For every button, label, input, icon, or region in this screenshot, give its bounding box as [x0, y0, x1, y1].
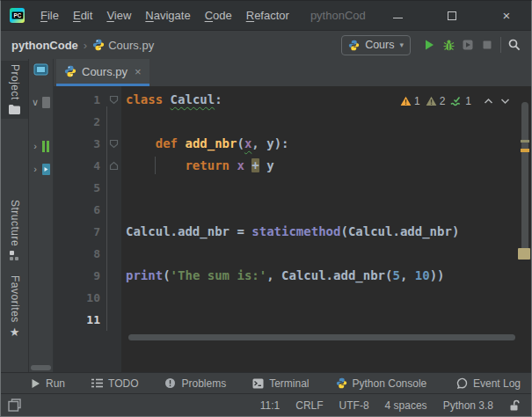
- toolwindow-switcher-icon[interactable]: [8, 399, 21, 412]
- stop-button[interactable]: [477, 35, 497, 55]
- tab-close-icon[interactable]: ×: [135, 65, 142, 78]
- fold-scope-line: [106, 106, 107, 331]
- scrollbar-weak-warning-mark[interactable]: [521, 140, 529, 143]
- chevron-collapsed-icon[interactable]: ›: [31, 165, 40, 174]
- chevron-collapsed-icon[interactable]: ›: [31, 142, 40, 151]
- toolwindow-run[interactable]: Run: [31, 377, 65, 390]
- typo-indicator[interactable]: 1: [450, 95, 471, 107]
- line-number: 11: [54, 313, 106, 326]
- window-controls: ×: [385, 1, 519, 30]
- scrollbar-warning-block[interactable]: [518, 248, 530, 260]
- menu-navigate[interactable]: Navigate: [138, 6, 197, 25]
- fold-gutter-space: [106, 199, 121, 221]
- fold-marker-icon[interactable]: [106, 89, 121, 111]
- menu-edit[interactable]: Edit: [66, 6, 99, 25]
- tab-cours-py[interactable]: Cours.py ×: [56, 59, 149, 86]
- toolwindow-label: TODO: [108, 377, 138, 390]
- folder-icon: [8, 104, 21, 115]
- vertical-scrollbar[interactable]: [520, 86, 530, 372]
- gutter-line[interactable]: 10: [54, 287, 121, 309]
- weak-warning-count: 2: [440, 95, 446, 107]
- debug-button[interactable]: [439, 35, 458, 55]
- gutter-line[interactable]: 6: [54, 199, 121, 221]
- tool-window-stripe: Project Structure Favorites ★: [1, 59, 29, 372]
- warning-triangle-icon: [400, 96, 412, 106]
- line-number: 6: [54, 203, 106, 216]
- terminal-icon: [252, 378, 264, 389]
- caret-position-widget[interactable]: 11:1: [260, 399, 280, 412]
- line-separator-widget[interactable]: CRLF: [295, 399, 323, 412]
- menu-code[interactable]: Code: [198, 6, 239, 25]
- stripe-label-structure: Structure: [9, 200, 21, 246]
- fold-gutter-space: [106, 309, 121, 331]
- toolwindow-todo[interactable]: TODO: [91, 377, 138, 390]
- code-line: [126, 111, 519, 133]
- menu-view[interactable]: View: [99, 6, 138, 25]
- minimize-icon: [393, 18, 403, 18]
- fold-marker-icon[interactable]: [106, 155, 121, 177]
- gutter-line[interactable]: 8: [54, 243, 121, 265]
- chevron-up-icon[interactable]: [484, 98, 493, 105]
- run-button[interactable]: [419, 35, 439, 55]
- star-icon: ★: [10, 326, 20, 338]
- status-bar: 11:1 CRLF UTF-8 4 spaces Python 3.8: [1, 393, 531, 416]
- tree-row-item[interactable]: ›: [31, 161, 54, 177]
- breadcrumb-file[interactable]: Cours.py: [108, 39, 154, 52]
- scrollbar-thumb[interactable]: [521, 102, 528, 256]
- project-view-icon[interactable]: [33, 63, 48, 76]
- gutter-line[interactable]: 9: [54, 265, 121, 287]
- line-number: 8: [54, 247, 106, 260]
- gutter-line[interactable]: 3: [54, 133, 121, 155]
- interpreter-widget[interactable]: Python 3.8: [443, 399, 493, 412]
- navigation-bar: pythonCode › Cours.py Cours ▾: [1, 30, 531, 59]
- project-panel-scrollbar[interactable]: [31, 365, 51, 370]
- code-line: [126, 177, 519, 199]
- tool-window-bar: Run TODO Problems Terminal Python Consol…: [1, 372, 531, 393]
- gutter-line[interactable]: 4: [54, 155, 121, 177]
- breadcrumb-project[interactable]: pythonCode: [11, 39, 78, 52]
- code-editor[interactable]: 1234567891011 class Calcul: def add_nbr(…: [54, 86, 531, 372]
- fold-marker-icon[interactable]: [106, 133, 121, 155]
- chevron-expanded-icon[interactable]: ∨: [31, 98, 40, 107]
- toolwindow-python-console[interactable]: Python Console: [336, 377, 427, 390]
- stripe-button-structure[interactable]: Structure: [1, 196, 28, 265]
- run-configuration-select[interactable]: Cours ▾: [341, 35, 411, 55]
- stripe-button-project[interactable]: Project: [1, 61, 28, 119]
- scrollbar-warning-mark[interactable]: [521, 149, 529, 152]
- unlock-icon[interactable]: [509, 399, 521, 412]
- typo-squiggle-icon: [450, 96, 463, 106]
- chevron-down-icon[interactable]: [500, 98, 510, 105]
- toolwindow-label: Terminal: [269, 377, 309, 390]
- toolwindow-problems[interactable]: Problems: [164, 377, 226, 390]
- project-panel[interactable]: ∨ › ›: [29, 59, 54, 372]
- horizontal-scrollbar[interactable]: [128, 334, 515, 340]
- stripe-button-favorites[interactable]: Favorites ★: [1, 272, 28, 341]
- run-with-coverage-button[interactable]: [458, 35, 477, 55]
- menu-file[interactable]: File: [33, 6, 66, 25]
- python-file-icon: [64, 65, 77, 77]
- gutter-line[interactable]: 11: [54, 309, 121, 331]
- code-line: [126, 243, 519, 265]
- gutter-line[interactable]: 5: [54, 177, 121, 199]
- tree-item-icon: [42, 164, 50, 175]
- menu-refactor[interactable]: Refactor: [239, 6, 296, 25]
- maximize-button[interactable]: [440, 6, 464, 26]
- indent-widget[interactable]: 4 spaces: [385, 399, 427, 412]
- close-button[interactable]: ×: [494, 6, 519, 26]
- gutter-line[interactable]: 2: [54, 111, 121, 133]
- warning-indicator[interactable]: 1: [400, 95, 420, 107]
- minimize-button[interactable]: [385, 6, 410, 26]
- code-lines[interactable]: class Calcul: def add_nbr(x, y): return …: [121, 86, 519, 372]
- search-everywhere-button[interactable]: [505, 35, 524, 55]
- toolwindow-event-log[interactable]: Event Log: [456, 377, 521, 390]
- toolbar-divider: [500, 37, 501, 53]
- gutter-line[interactable]: 7: [54, 221, 121, 243]
- weak-warning-indicator[interactable]: 2: [426, 95, 446, 107]
- encoding-widget[interactable]: UTF-8: [339, 399, 369, 412]
- run-toolwindow-icon: [31, 378, 40, 389]
- tree-row-item[interactable]: ›: [31, 138, 54, 154]
- inspections-widget[interactable]: 1 2 1: [400, 95, 510, 107]
- toolwindow-terminal[interactable]: Terminal: [252, 377, 309, 390]
- gutter-line[interactable]: 1: [54, 89, 121, 111]
- tree-row-root[interactable]: ∨: [31, 94, 54, 110]
